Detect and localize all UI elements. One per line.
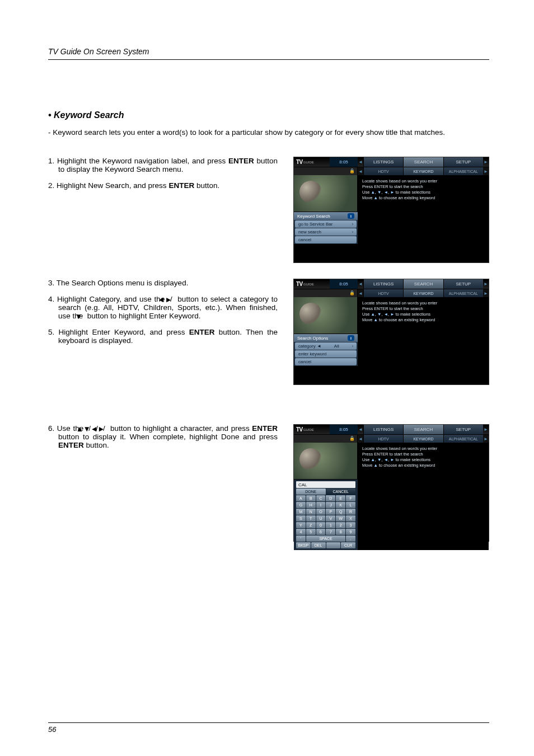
keyboard-key[interactable]: 4 bbox=[296, 529, 306, 535]
tab-scroll-left-icon: ◄ bbox=[358, 157, 363, 167]
keyboard-key[interactable]: Q bbox=[336, 509, 345, 515]
keyboard-key[interactable]: C bbox=[316, 495, 326, 501]
keyboard-key[interactable]: V bbox=[326, 515, 335, 522]
keyboard-cancel-button[interactable]: CANCEL bbox=[326, 489, 356, 495]
keyboard-key[interactable]: X bbox=[346, 515, 355, 522]
menu-item-enter-keyword[interactable]: enter keyword bbox=[295, 350, 357, 358]
step-6-d: button. bbox=[84, 441, 109, 449]
keyboard-key[interactable]: BKSP bbox=[296, 542, 311, 548]
keyboard-key[interactable]: S bbox=[296, 515, 306, 522]
keyboard-done-button[interactable]: DONE bbox=[296, 489, 326, 495]
keyboard-key[interactable]: 5 bbox=[306, 529, 316, 535]
keyboard-key[interactable]: N bbox=[306, 509, 316, 515]
info-line: Locate shows based on words you enter bbox=[362, 300, 484, 306]
screenshot-keyboard: TVGUIDE 8:05 ◄ LISTINGS SEARCH SETUP ► 🔒… bbox=[293, 424, 489, 542]
tab-listings[interactable]: LISTINGS bbox=[363, 425, 403, 434]
info-icon[interactable]: i bbox=[348, 213, 354, 219]
lock-icon: 🔒 bbox=[349, 436, 355, 441]
header-rule bbox=[48, 59, 489, 60]
keyboard-key[interactable]: D bbox=[326, 495, 335, 501]
subtab-alphabetical[interactable]: ALPHABETICAL bbox=[443, 167, 483, 175]
keyboard-key[interactable]: P bbox=[326, 509, 335, 515]
keyboard-space-key[interactable]: SPACE bbox=[306, 536, 345, 542]
subtab-alphabetical[interactable]: ALPHABETICAL bbox=[443, 435, 483, 443]
keyboard-key[interactable]: F bbox=[346, 495, 355, 501]
subtab-spacer: 🔒 bbox=[294, 435, 358, 443]
keyboard-key[interactable]: CLR bbox=[341, 542, 355, 548]
step-2: 2. Highlight New Search, and press ENTER… bbox=[48, 181, 278, 190]
subtab-hdtv[interactable]: HDTV bbox=[363, 435, 403, 443]
info-icon[interactable]: i bbox=[348, 335, 354, 341]
side-panel-title: Keyword Searchi bbox=[294, 212, 358, 220]
keyboard-key[interactable]: R bbox=[346, 509, 355, 515]
keyboard-key[interactable]: U bbox=[316, 515, 326, 522]
tab-listings[interactable]: LISTINGS bbox=[363, 157, 403, 167]
keyboard-key[interactable]: J bbox=[326, 502, 335, 508]
subtab-scroll-right-icon: ► bbox=[483, 167, 489, 175]
bullet: • bbox=[48, 110, 54, 120]
tab-setup[interactable]: SETUP bbox=[443, 425, 483, 434]
keyboard-key[interactable]: W bbox=[336, 515, 345, 522]
intro-text: - Keyword search lets you enter a word(s… bbox=[53, 128, 489, 137]
keyboard-key[interactable]: E bbox=[336, 495, 345, 501]
tab-search[interactable]: SEARCH bbox=[403, 157, 443, 167]
keyboard-row: ABCDEF bbox=[296, 495, 355, 501]
keyboard-key[interactable]: H bbox=[306, 502, 316, 508]
keyboard-key[interactable]: I bbox=[316, 502, 326, 508]
subtab-alphabetical[interactable]: ALPHABETICAL bbox=[443, 289, 483, 297]
tv-logo-sub: GUIDE bbox=[303, 161, 314, 164]
right-arrow-icon: ► bbox=[390, 190, 394, 195]
menu-item-new-search[interactable]: new search› bbox=[295, 228, 357, 236]
down-arrow-icon: ▼ bbox=[377, 190, 381, 195]
clock: 8:05 bbox=[330, 425, 358, 434]
keyboard-key[interactable]: M bbox=[296, 509, 306, 515]
keyboard-key[interactable]: . bbox=[346, 536, 355, 542]
subtab-hdtv[interactable]: HDTV bbox=[363, 167, 403, 175]
keyword-input[interactable]: CAL bbox=[296, 481, 355, 488]
tab-search[interactable]: SEARCH bbox=[403, 425, 443, 434]
keyboard-row: BKSPDELCLR bbox=[296, 542, 355, 548]
keyboard-key[interactable]: G bbox=[296, 502, 306, 508]
keyboard-key[interactable]: 9 bbox=[346, 529, 355, 535]
keyboard-key[interactable]: 3 bbox=[346, 522, 355, 528]
subtab-keyword[interactable]: KEYWORD bbox=[403, 435, 443, 443]
keyboard-key[interactable]: 7 bbox=[326, 529, 335, 535]
keyboard-key[interactable] bbox=[326, 542, 341, 548]
keyboard-key[interactable]: 8 bbox=[336, 529, 345, 535]
side-panel-title: Search Optionsi bbox=[294, 334, 358, 342]
menu-item-go-to-service-bar[interactable]: go to Service Bar› bbox=[295, 220, 357, 228]
menu-item-cancel[interactable]: cancel bbox=[295, 358, 357, 365]
keyboard-key[interactable]: T bbox=[306, 515, 316, 522]
keyboard-row: STUVWX bbox=[296, 515, 355, 522]
menu-item-category[interactable]: category ◄All› bbox=[295, 342, 357, 350]
info-line: Use ▲, ▼, ◄, ► to make selections bbox=[362, 312, 484, 317]
keyboard-key[interactable]: DEL bbox=[311, 542, 326, 548]
lock-icon: 🔒 bbox=[349, 290, 355, 295]
keyboard-key[interactable]: Y bbox=[296, 522, 306, 528]
screenshot-search-options: TVGUIDE 8:05 ◄ LISTINGS SEARCH SETUP ► 🔒… bbox=[293, 279, 489, 385]
tab-search[interactable]: SEARCH bbox=[403, 279, 443, 289]
tab-setup[interactable]: SETUP bbox=[443, 157, 483, 167]
tab-setup[interactable]: SETUP bbox=[443, 279, 483, 289]
keyboard-key[interactable]: O bbox=[316, 509, 326, 515]
keyboard-key[interactable]: 6 bbox=[316, 529, 326, 535]
keyboard-key[interactable]: K bbox=[336, 502, 345, 508]
keyboard-key[interactable]: Z bbox=[306, 522, 316, 528]
keyboard-row: 456789 bbox=[296, 529, 355, 535]
keyboard-key[interactable]: B bbox=[306, 495, 316, 501]
subtab-keyword[interactable]: KEYWORD bbox=[403, 289, 443, 297]
video-preview bbox=[294, 175, 358, 212]
tab-listings[interactable]: LISTINGS bbox=[363, 279, 403, 289]
subtab-hdtv[interactable]: HDTV bbox=[363, 289, 403, 297]
menu-item-cancel[interactable]: cancel bbox=[295, 236, 357, 243]
subtab-keyword[interactable]: KEYWORD bbox=[403, 167, 443, 175]
step-2-a: 2. Highlight New Search, and press bbox=[48, 181, 168, 190]
keyboard-key[interactable]: L bbox=[346, 502, 355, 508]
keyboard-key[interactable]: 1 bbox=[326, 522, 335, 528]
keyboard-key[interactable]: A bbox=[296, 495, 306, 501]
up-arrow-icon: ▲ bbox=[371, 190, 374, 195]
keyboard-key[interactable]: 0 bbox=[316, 522, 326, 528]
enter-label: ENTER bbox=[58, 441, 84, 449]
keyboard-key[interactable]: ' bbox=[296, 536, 306, 542]
keyboard-key[interactable]: 2 bbox=[336, 522, 345, 528]
